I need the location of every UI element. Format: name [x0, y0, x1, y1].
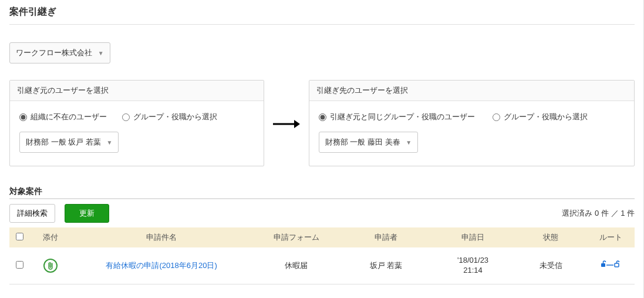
- route-icon[interactable]: [601, 262, 621, 271]
- dest-user-select-label: 財務部 一般 藤田 美春: [325, 138, 400, 146]
- dest-user-select[interactable]: 財務部 一般 藤田 美春 ▼: [319, 132, 418, 153]
- svg-rect-4: [615, 263, 619, 267]
- cases-table: 添付 申請件名 申請フォーム 申請者 申請日 状態 ルート 有給休暇の申請(20…: [9, 227, 635, 284]
- company-select[interactable]: ワークフロー株式会社 ▼: [9, 42, 110, 63]
- case-state: 未受信: [515, 247, 586, 284]
- dest-opt-same-group[interactable]: 引継ぎ元と同じグループ・役職のユーザー: [319, 112, 475, 122]
- case-date-line1: '18/01/23: [457, 256, 488, 264]
- table-bottom-divider: [9, 284, 635, 284]
- case-applicant: 坂戸 若葉: [341, 247, 431, 284]
- chevron-down-icon: ▼: [98, 50, 104, 56]
- divider: [9, 24, 635, 25]
- dest-opt-same-group-label: 引継ぎ元と同じグループ・役職のユーザー: [330, 112, 475, 122]
- svg-marker-1: [294, 120, 300, 128]
- source-user-panel: 引継ぎ元のユーザーを選択 組織に不在のユーザー グループ・役職から選択 財務部 …: [9, 80, 264, 166]
- dest-opt-group[interactable]: グループ・役職から選択: [493, 112, 588, 122]
- col-date: 申請日: [431, 227, 515, 247]
- source-user-select[interactable]: 財務部 一般 坂戸 若葉 ▼: [19, 132, 119, 153]
- table-row: 有給休暇の申請(2018年6月20日) 休暇届 坂戸 若葉 '18/01/23 …: [9, 247, 635, 284]
- select-all-checkbox[interactable]: [16, 233, 23, 240]
- update-button[interactable]: 更新: [65, 204, 109, 223]
- source-opt-group-radio[interactable]: [122, 113, 130, 121]
- source-user-select-label: 財務部 一般 坂戸 若葉: [26, 138, 101, 146]
- detail-search-button[interactable]: 詳細検索: [9, 204, 55, 223]
- source-opt-group[interactable]: グループ・役職から選択: [122, 112, 217, 122]
- attachment-icon[interactable]: [43, 259, 58, 273]
- dest-opt-group-radio[interactable]: [493, 113, 500, 121]
- svg-rect-2: [601, 263, 605, 267]
- chevron-down-icon: ▼: [406, 139, 412, 146]
- source-opt-absent-radio[interactable]: [19, 113, 27, 121]
- row-checkbox[interactable]: [16, 261, 23, 269]
- source-opt-absent-label: 組織に不在のユーザー: [31, 112, 107, 122]
- target-section-title: 対象案件: [9, 186, 635, 197]
- chevron-down-icon: ▼: [106, 139, 112, 146]
- page-title: 案件引継ぎ: [9, 6, 635, 18]
- col-route: ルート: [586, 227, 635, 247]
- col-form: 申請フォーム: [251, 227, 341, 247]
- case-name-link[interactable]: 有給休暇の申請(2018年6月20日): [106, 261, 217, 270]
- arrow-right-icon: [269, 115, 304, 132]
- table-header-row: 添付 申請件名 申請フォーム 申請者 申請日 状態 ルート: [9, 227, 635, 247]
- dest-user-panel-header: 引継ぎ先のユーザーを選択: [309, 81, 634, 101]
- case-form: 休暇届: [251, 247, 341, 284]
- col-checkbox: [9, 227, 30, 247]
- selected-status: 選択済み 0 件 ／ 1 件: [562, 208, 635, 219]
- dest-opt-group-label: グループ・役職から選択: [504, 112, 588, 122]
- col-applicant: 申請者: [341, 227, 431, 247]
- dest-user-panel: 引継ぎ先のユーザーを選択 引継ぎ元と同じグループ・役職のユーザー グループ・役職…: [309, 80, 635, 166]
- col-name: 申請件名: [72, 227, 251, 247]
- source-opt-absent[interactable]: 組織に不在のユーザー: [19, 112, 107, 122]
- case-date-line2: 21:14: [463, 266, 483, 274]
- source-user-panel-header: 引継ぎ元のユーザーを選択: [10, 81, 264, 101]
- col-attach: 添付: [30, 227, 72, 247]
- dest-opt-same-group-radio[interactable]: [319, 113, 326, 121]
- company-select-label: ワークフロー株式会社: [16, 48, 92, 57]
- case-date: '18/01/23 21:14: [434, 256, 511, 276]
- source-opt-group-label: グループ・役職から選択: [133, 112, 217, 122]
- col-state: 状態: [515, 227, 586, 247]
